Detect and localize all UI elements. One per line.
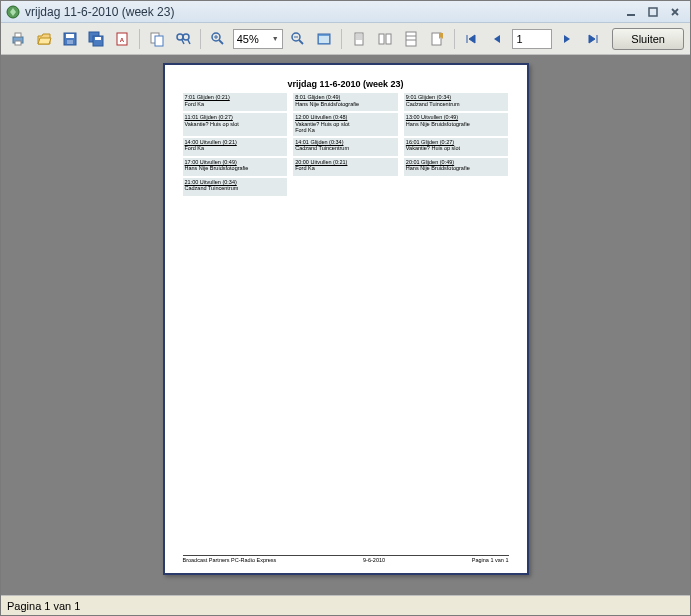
save-button[interactable] [59, 28, 81, 50]
schedule-cell: 16:01 Glijden (0:27)Vakantie? Huis op sl… [404, 138, 509, 156]
cell-desc: Ford Ka [185, 145, 286, 152]
toolbar-separator [139, 29, 140, 49]
zoom-select[interactable]: 45% ▼ [233, 29, 283, 49]
page-footer: Broadcast Partners PC-Radio Express 9-6-… [183, 555, 509, 563]
schedule-cell [404, 178, 509, 196]
svg-point-16 [177, 34, 183, 40]
statusbar: Pagina 1 van 1 [1, 595, 690, 615]
toolbar-separator [341, 29, 342, 49]
cell-time: 16:01 Glijden (0:27) [406, 139, 507, 146]
prev-page-button[interactable] [486, 28, 508, 50]
close-label: Sluiten [631, 33, 665, 45]
schedule-cell [293, 178, 398, 196]
zoom-value: 45% [237, 33, 259, 45]
status-text: Pagina 1 van 1 [7, 600, 80, 612]
cell-time: 13:00 Uitvullen (0:49) [406, 114, 507, 121]
schedule-cell: 7:01 Glijden (0:21)Ford Ka [183, 93, 288, 111]
cell-time: 9:01 Glijden (0:34) [406, 94, 507, 101]
fullscreen-button[interactable] [313, 28, 335, 50]
cell-time: 20:00 Uitvullen (0:21) [295, 159, 396, 166]
schedule-cell: 21:00 Uitvullen (0:34)Cadzand Tuincentru… [183, 178, 288, 196]
last-page-button[interactable] [582, 28, 604, 50]
titlebar: vrijdag 11-6-2010 (week 23) [1, 1, 690, 23]
svg-rect-2 [649, 8, 657, 16]
cell-desc: Vakantie? Huis op slot [406, 145, 507, 152]
cell-desc: Cadzand Tuincentrum [185, 185, 286, 192]
page-number: 1 [516, 33, 522, 45]
cell-time: 14:00 Uitvullen (0:21) [185, 139, 286, 146]
cell-desc: Hans Nije Bruidsfotografie [295, 101, 396, 108]
page-blank [183, 196, 509, 555]
view-facing-button[interactable] [374, 28, 396, 50]
bookmark-button[interactable] [426, 28, 448, 50]
toolbar: A 45% ▼ 1 [1, 23, 690, 55]
svg-rect-23 [379, 34, 384, 44]
dropdown-arrow-icon: ▼ [272, 35, 279, 42]
svg-rect-1 [627, 14, 635, 16]
copy-button[interactable] [146, 28, 168, 50]
pdf-export-button[interactable]: A [111, 28, 133, 50]
page-input[interactable]: 1 [512, 29, 552, 49]
schedule-cell: 20:00 Uitvullen (0:21)Ford Ka [293, 158, 398, 176]
view-continuous-button[interactable] [400, 28, 422, 50]
cell-desc: Ford Ka [185, 101, 286, 108]
svg-text:A: A [120, 37, 125, 43]
cell-time: 7:01 Glijden (0:21) [185, 94, 286, 101]
schedule-grid: 7:01 Glijden (0:21)Ford Ka8:01 Glijden (… [183, 93, 509, 196]
find-button[interactable] [172, 28, 194, 50]
cell-desc: Hans Nije Bruidsfotografie [406, 121, 507, 128]
view-single-button[interactable] [348, 28, 370, 50]
cell-time: 12:00 Uitvullen (0:48) [295, 114, 396, 121]
svg-rect-8 [67, 40, 73, 44]
cell-desc: Hans Nije Bruidsfotografie [406, 165, 507, 172]
cell-desc: Ford Ka [295, 127, 396, 134]
first-page-button[interactable] [461, 28, 483, 50]
schedule-cell: 9:01 Glijden (0:34)Cadzand Tuincentrum [404, 93, 509, 111]
footer-center: 9-6-2010 [363, 557, 385, 563]
svg-rect-7 [66, 34, 74, 38]
zoom-in-button[interactable] [207, 28, 229, 50]
cell-time: 21:00 Uitvullen (0:34) [185, 179, 286, 186]
cell-desc: Cadzand Tuincentrum [295, 145, 396, 152]
svg-rect-25 [406, 32, 416, 46]
cell-time: 8:01 Glijden (0:49) [295, 94, 396, 101]
next-page-button[interactable] [556, 28, 578, 50]
footer-right: Pagina 1 van 1 [472, 557, 509, 563]
cell-desc: Vakantie? Huis op slot [185, 121, 286, 128]
zoom-out-button[interactable] [287, 28, 309, 50]
preview-page: vrijdag 11-6-2010 (week 23) 7:01 Glijden… [163, 63, 529, 575]
page-heading: vrijdag 11-6-2010 (week 23) [183, 79, 509, 89]
svg-point-17 [183, 34, 189, 40]
minimize-button[interactable] [620, 4, 642, 20]
cell-time: 20:01 Glijden (0:49) [406, 159, 507, 166]
schedule-cell: 8:01 Glijden (0:49)Hans Nije Bruidsfotog… [293, 93, 398, 111]
cell-desc: Ford Ka [295, 165, 396, 172]
open-button[interactable] [33, 28, 55, 50]
svg-rect-15 [155, 36, 163, 46]
close-preview-button[interactable]: Sluiten [612, 28, 684, 50]
window-close-button[interactable] [664, 4, 686, 20]
schedule-cell: 11:01 Glijden (0:27)Vakantie? Huis op sl… [183, 113, 288, 136]
svg-rect-5 [15, 41, 21, 45]
svg-rect-4 [15, 33, 21, 37]
cell-desc: Vakantie? Huis op slot [295, 121, 396, 128]
svg-rect-24 [386, 34, 391, 44]
schedule-cell: 20:01 Glijden (0:49)Hans Nije Bruidsfoto… [404, 158, 509, 176]
schedule-cell: 17:00 Uitvullen (0:49)Hans Nije Bruidsfo… [183, 158, 288, 176]
toolbar-separator [200, 29, 201, 49]
schedule-cell: 14:00 Uitvullen (0:21)Ford Ka [183, 138, 288, 156]
preview-area[interactable]: vrijdag 11-6-2010 (week 23) 7:01 Glijden… [1, 55, 690, 595]
maximize-button[interactable] [642, 4, 664, 20]
save-all-button[interactable] [85, 28, 107, 50]
cell-time: 14:01 Glijden (0:34) [295, 139, 396, 146]
cell-time: 11:01 Glijden (0:27) [185, 114, 286, 121]
cell-desc: Cadzand Tuincentrum [406, 101, 507, 108]
svg-rect-21 [319, 36, 329, 43]
schedule-cell: 12:00 Uitvullen (0:48)Vakantie? Huis op … [293, 113, 398, 136]
schedule-cell: 13:00 Uitvullen (0:49)Hans Nije Bruidsfo… [404, 113, 509, 136]
toolbar-separator [454, 29, 455, 49]
schedule-cell: 14:01 Glijden (0:34)Cadzand Tuincentrum [293, 138, 398, 156]
window-title: vrijdag 11-6-2010 (week 23) [25, 5, 620, 19]
print-button[interactable] [7, 28, 29, 50]
app-icon [5, 4, 21, 20]
